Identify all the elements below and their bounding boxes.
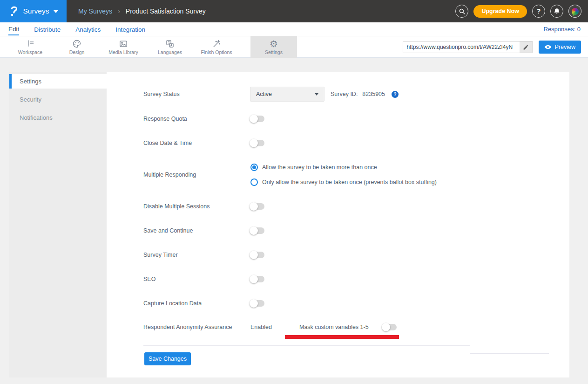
survey-nav: Edit Distribute Analytics Integration Re… xyxy=(0,22,588,36)
seo-toggle[interactable] xyxy=(250,276,264,282)
survey-id-label: Survey ID: xyxy=(331,91,358,97)
responses-count: Responses: 0 xyxy=(544,26,588,33)
seo-row: SEO xyxy=(143,272,264,287)
toggle-knob xyxy=(382,323,390,331)
disable-multiple-sessions-toggle[interactable] xyxy=(250,203,264,210)
mask-custom-variables-toggle[interactable] xyxy=(383,324,397,330)
tab-integration[interactable]: Integration xyxy=(115,24,145,35)
respondent-anonymity-label: Respondent Anonymity Assurance xyxy=(143,324,232,330)
radio-option-label: Allow the survey to be taken more than o… xyxy=(262,164,377,171)
chevron-down-icon xyxy=(54,10,58,13)
multiple-responding-option-1[interactable]: Allow the survey to be taken more than o… xyxy=(250,163,377,171)
toggle-knob xyxy=(250,139,258,147)
survey-status-dropdown[interactable]: Active xyxy=(250,87,324,102)
preview-label: Preview xyxy=(555,44,575,50)
help-button[interactable]: ? xyxy=(532,5,545,18)
save-and-continue-label: Save and Continue xyxy=(143,227,250,234)
survey-status-label: Survey Status xyxy=(143,91,250,97)
notifications-button[interactable] xyxy=(550,5,563,18)
edit-url-button[interactable] xyxy=(520,41,533,53)
survey-id-help-icon[interactable]: ? xyxy=(392,91,399,98)
disable-multiple-sessions-label: Disable Multiple Sessions xyxy=(143,203,250,210)
breadcrumb-my-surveys[interactable]: My Surveys xyxy=(78,7,112,15)
save-changes-button[interactable]: Save Changes xyxy=(144,352,191,365)
form-divider xyxy=(143,345,470,346)
toggle-knob xyxy=(250,115,258,123)
multiple-responding-label: Multiple Responding xyxy=(143,171,250,178)
respondent-anonymity-status: Enabled xyxy=(250,324,272,330)
toolbar-tab-design[interactable]: Design xyxy=(54,36,100,58)
toolbar-tab-label: Settings xyxy=(265,49,283,55)
multiple-responding-option-2[interactable]: Only allow the survey to be taken once (… xyxy=(250,178,437,186)
tab-edit[interactable]: Edit xyxy=(8,23,19,35)
toolbar-tab-label: Workspace xyxy=(18,49,42,55)
search-button[interactable] xyxy=(455,5,468,18)
save-and-continue-toggle[interactable] xyxy=(250,227,264,234)
toolbar-tab-languages[interactable]: Languages xyxy=(147,36,193,58)
toolbar-tab-label: Media Library xyxy=(108,49,138,55)
sidebar-item-label: Settings xyxy=(20,78,41,85)
questionpro-logo-icon xyxy=(9,5,19,17)
toolbar-tab-workspace[interactable]: Workspace xyxy=(7,36,54,58)
radio-unselected-icon xyxy=(250,178,258,186)
eye-icon xyxy=(544,44,552,50)
toolbar-tab-settings[interactable]: ⚙ Settings xyxy=(250,36,297,58)
sidebar-item-settings[interactable]: Settings xyxy=(9,74,107,89)
toggle-knob xyxy=(250,226,258,235)
toggle-knob xyxy=(250,202,258,211)
toggle-knob xyxy=(250,251,258,259)
close-date-time-toggle[interactable] xyxy=(250,140,264,146)
survey-status-value: Active xyxy=(256,91,272,97)
toolbar-tab-finish-options[interactable]: Finish Options xyxy=(193,36,240,58)
toolbar-tab-label: Languages xyxy=(158,49,182,55)
user-avatar[interactable] xyxy=(568,5,581,18)
toolbar-right: Preview xyxy=(403,41,581,54)
close-date-time-label: Close Date & Time xyxy=(143,140,250,146)
survey-id-value: 8235905 xyxy=(362,91,385,97)
capture-location-data-toggle[interactable] xyxy=(250,300,264,307)
breadcrumb-survey-title: Product Satisfaction Survey xyxy=(126,7,206,15)
multiple-responding-row: Multiple Responding xyxy=(143,167,250,182)
edit-toolbar: Workspace Design xyxy=(0,36,588,58)
sidebar-item-notifications[interactable]: Notifications xyxy=(9,110,107,125)
response-quota-label: Response Quota xyxy=(143,116,250,122)
capture-location-data-label: Capture Location Data xyxy=(143,300,250,307)
settings-panel: Settings Security Notifications Survey S… xyxy=(9,72,569,377)
survey-url-input[interactable] xyxy=(403,41,520,53)
respondent-anonymity-row: Respondent Anonymity Assurance Enabled M… xyxy=(143,320,497,335)
topbar-actions: Upgrade Now ? xyxy=(455,5,588,18)
toolbar-tab-media-library[interactable]: Media Library xyxy=(100,36,147,58)
settings-form: Survey Status Active Survey ID: 8235905 … xyxy=(143,72,569,377)
red-annotation-underline xyxy=(285,335,399,339)
top-bar: Surveys My Surveys › Product Satisfactio… xyxy=(0,0,588,22)
preview-button[interactable]: Preview xyxy=(539,41,581,54)
response-quota-toggle[interactable] xyxy=(250,116,264,122)
tab-analytics[interactable]: Analytics xyxy=(75,24,101,35)
tab-distribute[interactable]: Distribute xyxy=(34,24,61,35)
languages-icon xyxy=(165,39,175,48)
sidebar-item-security[interactable]: Security xyxy=(9,92,107,107)
workspace-icon xyxy=(26,39,35,48)
survey-timer-row: Survey Timer xyxy=(143,247,264,262)
search-icon xyxy=(459,8,466,15)
finish-options-icon xyxy=(212,39,221,48)
sidebar-item-label: Notifications xyxy=(20,114,53,121)
disable-multiple-sessions-row: Disable Multiple Sessions xyxy=(143,199,264,214)
chevron-down-icon xyxy=(315,93,318,96)
toggle-knob xyxy=(250,299,258,308)
bell-icon xyxy=(554,8,560,15)
settings-gear-icon: ⚙ xyxy=(270,39,278,48)
product-switcher[interactable]: Surveys xyxy=(0,0,67,22)
radio-option-label: Only allow the survey to be taken once (… xyxy=(262,179,437,185)
pencil-icon xyxy=(523,44,529,50)
survey-timer-label: Survey Timer xyxy=(143,252,250,258)
survey-url-box xyxy=(403,41,533,53)
survey-timer-toggle[interactable] xyxy=(250,252,264,258)
media-library-icon xyxy=(119,39,128,48)
questionpro-app: Surveys My Surveys › Product Satisfactio… xyxy=(0,0,588,384)
upgrade-now-button[interactable]: Upgrade Now xyxy=(473,5,527,18)
breadcrumb-separator: › xyxy=(118,7,120,15)
settings-sidebar: Settings Security Notifications xyxy=(9,72,107,377)
sidebar-item-label: Security xyxy=(20,96,41,103)
design-icon xyxy=(72,39,81,48)
